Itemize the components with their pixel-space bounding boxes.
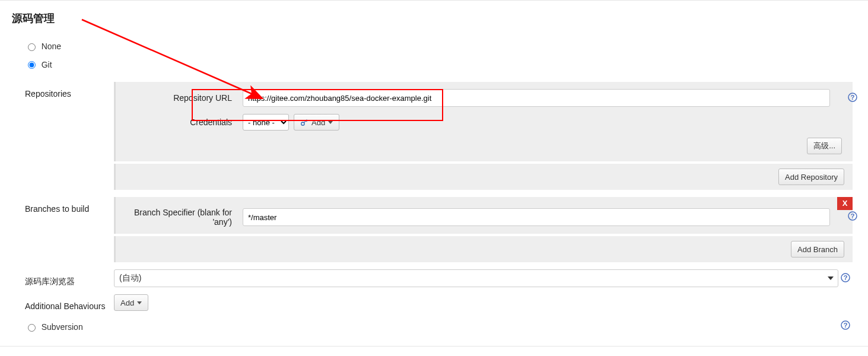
key-icon [300,118,309,126]
chevron-down-icon [328,121,333,124]
add-behaviour-button[interactable]: Add [114,294,148,311]
repo-browser-value: (自动) [119,273,141,284]
scm-radio-subversion[interactable] [28,324,36,332]
credentials-select[interactable]: - none - [243,114,289,131]
credentials-label: Credentials [124,117,243,127]
credentials-field: Credentials - none - Add [124,114,844,131]
scm-radio-none[interactable] [28,43,36,51]
scm-radio-git[interactable] [28,61,36,69]
help-icon[interactable]: ? [841,320,850,332]
repo-browser-select[interactable]: (自动) [114,269,838,287]
repositories-heading: Repositories [25,82,114,98]
section-title: 源码管理 [12,11,868,26]
scm-option-subversion-row: Subversion ? [12,319,868,338]
add-credentials-button[interactable]: Add [294,114,339,131]
scm-label-none: None [42,42,61,51]
help-icon[interactable]: ? [841,273,850,284]
svg-text:?: ? [844,322,848,329]
branches-heading: Branches to build [25,197,114,214]
help-icon[interactable]: ? [848,211,857,221]
repository-footer-panel: Add Repository [114,164,853,190]
scm-label-git: Git [42,59,52,69]
additional-behaviours-row: Additional Behaviours Add [25,294,868,311]
repositories-row: Repositories ? Repository URL ? [25,82,868,190]
branches-row: Branches to build X Branch Specifier (bl… [25,197,868,262]
add-repository-button[interactable]: Add Repository [778,169,844,185]
repo-url-label: Repository URL [124,93,243,103]
chevron-down-icon [137,301,142,304]
svg-text:?: ? [851,212,855,220]
svg-text:?: ? [844,274,848,281]
add-behaviour-label: Add [120,298,134,307]
branch-specifier-input[interactable] [243,208,830,226]
branch-footer-panel: Add Branch [114,236,853,262]
scm-option-git-row: Git [12,57,868,75]
help-icon[interactable]: ? [848,93,857,102]
add-cred-label: Add [311,118,325,127]
scm-label-subversion: Subversion [42,322,83,332]
repo-browser-heading: 源码库浏览器 [25,269,114,287]
advanced-button[interactable]: 高级... [807,138,842,154]
repository-panel: Repository URL ? Credentials - none - [114,82,853,161]
repo-browser-row: 源码库浏览器 (自动) ? [25,269,868,287]
repo-url-field: Repository URL ? [124,89,844,107]
git-config-body: Repositories ? Repository URL ? [12,82,868,311]
branch-specifier-field: Branch Specifier (blank for 'any') ? [124,208,844,227]
repo-browser-select-wrap: (自动) [114,269,838,287]
branch-specifier-label: Branch Specifier (blank for 'any') [124,208,243,227]
add-branch-button[interactable]: Add Branch [791,241,844,258]
scm-config-section: 源码管理 None Git Repositories ? Repository … [0,0,868,347]
additional-heading: Additional Behaviours [25,294,114,311]
repo-url-input[interactable] [243,89,830,107]
branch-panel: X Branch Specifier (blank for 'any') ? [114,197,853,234]
scm-option-none-row: None [12,39,868,57]
svg-text:?: ? [851,94,855,101]
